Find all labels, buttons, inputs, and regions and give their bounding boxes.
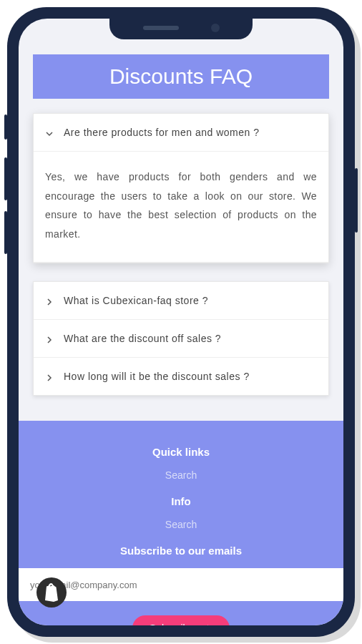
chevron-right-icon (45, 334, 54, 343)
faq-answer: Yes, we have products for both genders a… (34, 152, 328, 263)
subscribe-button[interactable]: Subscribe (132, 615, 230, 625)
email-input-container (19, 568, 343, 601)
phone-frame: Discounts FAQ Are there products for men… (7, 7, 355, 637)
volume-up-button (4, 157, 7, 200)
faq-question-text: What are the discount off sales ? (64, 333, 221, 344)
faq-question-text: How long will it be the discount sales ? (64, 371, 250, 382)
arrow-right-icon (200, 623, 212, 625)
volume-down-button (4, 211, 7, 254)
page-header: Discounts FAQ (33, 54, 329, 99)
camera (211, 24, 220, 32)
faq-question-text: Are there products for men and women ? (64, 127, 259, 138)
faq-question-toggle[interactable]: How long will it be the discount sales ? (34, 358, 328, 395)
info-item[interactable]: Search (33, 519, 329, 530)
faq-collapsed-list: What is Cubexican-faq store ? What are t… (33, 281, 329, 396)
shopify-badge[interactable] (36, 577, 67, 608)
faq-question-toggle[interactable]: What is Cubexican-faq store ? (34, 282, 328, 320)
speaker (143, 26, 179, 30)
screen: Discounts FAQ Are there products for men… (19, 19, 343, 625)
power-button (355, 168, 358, 233)
faq-question-toggle[interactable]: What are the discount off sales ? (34, 320, 328, 358)
page-title: Discounts FAQ (43, 64, 319, 89)
email-field[interactable] (30, 580, 332, 590)
faq-question-text: What is Cubexican-faq store ? (64, 295, 208, 306)
subscribe-button-label: Subscribe (150, 623, 194, 625)
faq-question-toggle[interactable]: Are there products for men and women ? (34, 114, 328, 152)
subscribe-heading: Subscribe to our emails (33, 545, 329, 557)
shopify-icon (43, 583, 60, 602)
chevron-right-icon (45, 372, 54, 381)
chevron-down-icon (45, 128, 54, 137)
info-heading: Info (33, 495, 329, 507)
quicklinks-heading: Quick links (33, 446, 329, 458)
chevron-right-icon (45, 296, 54, 305)
footer: Quick links Search Info Search Subscribe… (19, 421, 343, 625)
notch (109, 16, 253, 39)
side-button (4, 114, 7, 140)
quicklinks-item[interactable]: Search (33, 469, 329, 481)
faq-expanded-item: Are there products for men and women ? Y… (33, 113, 329, 263)
